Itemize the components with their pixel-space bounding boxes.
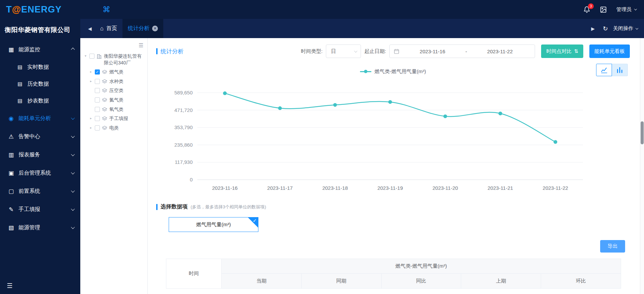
logo-text: ENERGY	[21, 4, 62, 15]
caret-right-icon[interactable]: ▸	[89, 78, 93, 83]
tree-root-checkbox[interactable]	[89, 54, 94, 59]
tree-checkbox[interactable]	[95, 79, 100, 84]
sidebar-item-energy-monitor[interactable]: ▦ 能源监控	[0, 40, 80, 59]
layers-icon	[102, 97, 107, 103]
tree-node-water[interactable]: ▸ 水种类	[89, 77, 145, 86]
tree-node-compressed-air[interactable]: 压空类	[89, 86, 145, 95]
main-column: ⌘ 3 管理员 ◀ ⌂ 首页	[80, 0, 644, 294]
book-icon: ▧	[7, 224, 15, 231]
sidebar-item-alarm-center[interactable]: ⚠ 告警中心	[0, 127, 80, 146]
calendar-icon	[394, 49, 399, 54]
end-date-value[interactable]: 2023-11-22	[469, 49, 531, 54]
date-range-picker[interactable]: 2023-11-16 - 2023-11-22	[389, 45, 535, 58]
energy-unit-board-button[interactable]: 能耗单元看板	[589, 45, 630, 58]
collapse-sidebar-button[interactable]: ☰	[0, 277, 80, 294]
table-header-mom: 环比	[541, 274, 621, 289]
sidebar-item-front-system[interactable]: ▢ 前置系统	[0, 182, 80, 200]
tabs-scroll-left-button[interactable]: ◀	[85, 26, 95, 31]
svg-text:2023-11-16: 2023-11-16	[212, 185, 238, 191]
tree-checkbox-checked[interactable]: ✓	[95, 69, 100, 75]
home-icon: ⌂	[100, 25, 104, 32]
user-menu[interactable]: 管理员	[616, 6, 637, 13]
line-chart-icon	[600, 66, 608, 74]
tree-node-nitrogen[interactable]: 氮气类	[89, 95, 145, 105]
table-header-time: 时间	[166, 259, 222, 289]
chevron-down-icon	[71, 171, 75, 174]
layers-icon	[102, 88, 107, 93]
table-header-current: 当期	[222, 274, 302, 289]
sidebar-item-energy-management[interactable]: ▧ 能源管理	[0, 218, 80, 237]
export-button[interactable]: 导出	[600, 240, 625, 253]
chevron-down-icon	[71, 116, 75, 120]
sidebar-item-report-service[interactable]: ▥ 报表服务	[0, 146, 80, 164]
document-icon: ▤	[16, 64, 24, 70]
data-item-chip-selected[interactable]: 燃气用气量(m³) ✓	[169, 217, 258, 232]
check-icon: ✓	[253, 218, 257, 223]
sort-arrows-icon: ⇅	[574, 48, 578, 54]
tree-node-gas[interactable]: ▸ ✓ 燃气类	[89, 67, 145, 77]
caret-right-icon[interactable]: ▸	[89, 115, 93, 120]
refresh-icon[interactable]: ↻	[603, 25, 608, 32]
sidebar-item-energy-unit-analysis[interactable]: ◉ 能耗单元分析	[0, 109, 80, 127]
vertical-scrollbar[interactable]	[640, 38, 644, 294]
main-panel: 统计分析 时间类型: 日 起止日期: 2023-11-16 -	[148, 38, 644, 294]
title-accent-bar	[156, 48, 158, 54]
tree-checkbox[interactable]	[95, 88, 100, 93]
content-area: ☰ ▾ 衡阳华菱连轧管有限公司340厂 ▸ ✓ 燃气类	[80, 38, 644, 294]
user-name: 管理员	[616, 6, 632, 13]
notification-bell-button[interactable]: 3	[583, 6, 590, 13]
apps-command-icon[interactable]: ⌘	[103, 5, 110, 14]
svg-text:2023-11-18: 2023-11-18	[322, 185, 348, 191]
tree-menu-icon[interactable]: ☰	[139, 42, 143, 49]
tab-home[interactable]: ⌂ 首页	[95, 19, 122, 38]
close-operations-dropdown[interactable]: 关闭操作	[613, 25, 638, 32]
caret-right-icon[interactable]: ▸	[89, 69, 93, 74]
caret-right-icon[interactable]: ▸	[89, 125, 93, 129]
chevron-down-icon	[71, 207, 75, 211]
building-icon	[96, 54, 102, 59]
company-name: 衡阳华菱钢管有限公司	[0, 19, 80, 36]
scrollbar-thumb[interactable]	[641, 121, 644, 144]
time-type-label: 时间类型:	[301, 48, 323, 55]
sidebar-item-backend-admin[interactable]: ▣ 后台管理系统	[0, 164, 80, 182]
unit-tree: ▾ 衡阳华菱连轧管有限公司340厂 ▸ ✓ 燃气类 ▸	[84, 52, 145, 133]
svg-text:2023-11-20: 2023-11-20	[432, 185, 458, 191]
tree-checkbox[interactable]	[95, 97, 100, 102]
chevron-down-icon	[71, 134, 75, 138]
tree-root-node[interactable]: ▾ 衡阳华菱连轧管有限公司340厂	[84, 52, 145, 67]
chevron-down-icon	[71, 152, 75, 156]
screenshot-button[interactable]	[600, 6, 607, 13]
tree-node-manual-entry[interactable]: ▸ 手工填报	[89, 114, 145, 123]
start-date-value[interactable]: 2023-11-16	[401, 49, 463, 54]
line-chart-button[interactable]	[596, 64, 612, 76]
tabs-scroll-right-button[interactable]: ▶	[588, 26, 598, 31]
tree-checkbox[interactable]	[95, 107, 100, 112]
notification-badge: 3	[588, 3, 594, 9]
data-item-section-title: 选择数据项 (多选，最多选择3个相同单位的数据项)	[156, 203, 630, 210]
filter-controls: 时间类型: 日 起止日期: 2023-11-16 - 2023-11-22	[301, 45, 630, 58]
sidebar-item-meter-data[interactable]: ▤ 抄表数据	[0, 92, 80, 109]
time-point-compare-button[interactable]: 时间点对比 ⇅	[541, 45, 583, 58]
time-type-select[interactable]: 日	[326, 45, 361, 58]
sidebar-item-realtime-data[interactable]: ▤ 实时数据	[0, 59, 80, 76]
tab-statistical-analysis[interactable]: 统计分析 ✕	[122, 19, 163, 38]
sidebar-item-manual-entry[interactable]: ✎ 手工填报	[0, 200, 80, 218]
caret-down-icon[interactable]: ▾	[84, 53, 87, 58]
tree-checkbox[interactable]	[95, 116, 100, 121]
image-icon	[600, 6, 607, 13]
close-tab-icon[interactable]: ✕	[152, 26, 158, 31]
admin-icon: ▣	[7, 170, 15, 177]
table-header-same-period: 同期	[301, 274, 381, 289]
chevron-up-icon	[71, 48, 75, 51]
sidebar-item-history-data[interactable]: ▤ 历史数据	[0, 76, 80, 92]
chart-legend[interactable]: 燃气类-燃气用气量(m³)	[156, 68, 630, 75]
export-row: 导出	[166, 240, 625, 253]
bar-chart-button[interactable]	[612, 64, 628, 76]
tree-checkbox[interactable]	[95, 125, 100, 130]
bar-chart-icon	[616, 66, 623, 74]
title-accent-bar	[156, 204, 158, 210]
sidebar-menu: ▦ 能源监控 ▤ 实时数据 ▤ 历史数据 ▤ 抄表数据 ◉ 能耗单元分析	[0, 40, 80, 277]
app-root: T@ENERGY 衡阳华菱钢管有限公司 ▦ 能源监控 ▤ 实时数据 ▤ 历史数据…	[0, 0, 644, 294]
tree-node-electric[interactable]: ▸ 电类	[89, 123, 145, 133]
tree-node-oxygen[interactable]: 氧气类	[89, 105, 145, 114]
